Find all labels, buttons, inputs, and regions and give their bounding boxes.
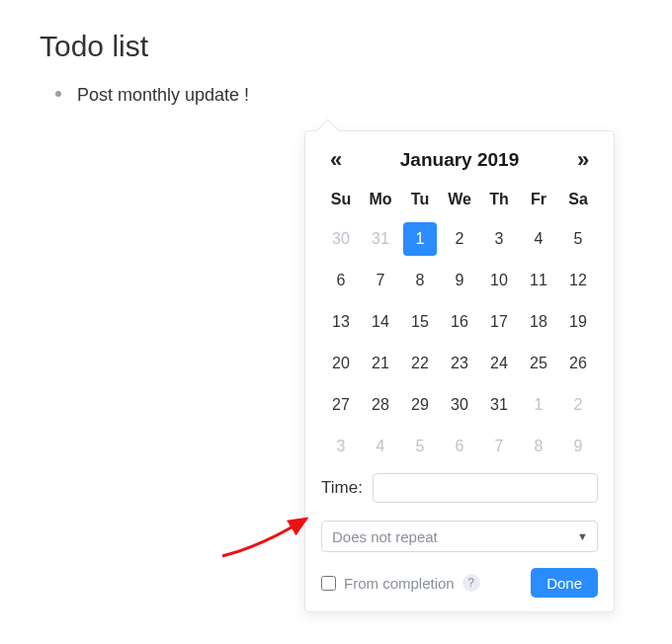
time-input[interactable]	[373, 473, 598, 503]
annotation-arrow-icon	[217, 502, 316, 561]
repeat-select[interactable]: Does not repeat	[321, 521, 598, 552]
calendar-day[interactable]: 15	[400, 301, 440, 343]
calendar-day[interactable]: 8	[519, 426, 558, 467]
month-title[interactable]: January 2019	[351, 149, 568, 171]
weekday-header: Sa	[558, 183, 598, 218]
calendar-day[interactable]: 14	[361, 301, 400, 343]
calendar-day-number: 19	[569, 313, 587, 331]
calendar-day[interactable]: 2	[558, 384, 598, 426]
help-icon[interactable]: ?	[462, 574, 480, 592]
calendar-day-number: 7	[495, 438, 504, 455]
calendar-day[interactable]: 10	[479, 260, 519, 301]
calendar-day[interactable]: 17	[479, 301, 519, 343]
calendar-day[interactable]: 5	[400, 426, 440, 467]
calendar-day-number: 2	[456, 230, 464, 248]
calendar-day[interactable]: 18	[519, 301, 558, 343]
calendar-day[interactable]: 30	[440, 384, 479, 426]
calendar-day[interactable]: 29	[400, 384, 440, 426]
calendar-day[interactable]: 22	[400, 343, 440, 384]
calendar-day[interactable]: 9	[558, 426, 598, 467]
calendar-day-number: 14	[372, 313, 389, 331]
calendar-day-number: 15	[411, 313, 429, 331]
calendar-day-number: 12	[569, 272, 587, 289]
weekday-header: Mo	[361, 183, 400, 218]
todo-list: Post monthly update !	[40, 81, 632, 110]
calendar-day[interactable]: 3	[321, 426, 361, 467]
calendar-day[interactable]: 25	[519, 343, 558, 384]
calendar-day-number: 25	[530, 355, 547, 372]
calendar-day-number: 8	[535, 438, 544, 455]
date-picker-popover: « January 2019 » SuMoTuWeThFrSa303112345…	[304, 130, 615, 612]
calendar-day-number: 31	[372, 230, 389, 248]
calendar-day-number: 28	[372, 396, 389, 414]
calendar-day[interactable]: 1	[400, 218, 440, 260]
prev-month-button[interactable]: «	[321, 147, 351, 173]
weekday-header: Su	[321, 183, 361, 218]
calendar-day[interactable]: 4	[361, 426, 400, 467]
month-header: « January 2019 »	[321, 147, 598, 173]
calendar-day-number: 5	[574, 230, 583, 248]
from-completion-wrap: From completion ?	[321, 574, 480, 592]
calendar-day-number: 29	[411, 396, 429, 414]
list-item[interactable]: Post monthly update !	[55, 81, 632, 110]
calendar-day-number: 8	[416, 272, 425, 289]
calendar-day-number: 17	[490, 313, 508, 331]
calendar-day[interactable]: 5	[558, 218, 598, 260]
calendar-day[interactable]: 1	[519, 384, 558, 426]
calendar-day-number: 20	[332, 355, 350, 372]
weekday-header: We	[440, 183, 479, 218]
calendar-day-number: 23	[451, 355, 468, 372]
todo-item-text: Post monthly update !	[77, 85, 249, 105]
calendar-day-number: 9	[456, 272, 464, 289]
calendar-day-number: 31	[490, 396, 508, 414]
calendar-day[interactable]: 7	[479, 426, 519, 467]
weekday-header: Tu	[400, 183, 440, 218]
calendar-day-number: 27	[332, 396, 350, 414]
calendar-day-number: 7	[377, 272, 385, 289]
calendar-day[interactable]: 23	[440, 343, 479, 384]
calendar-day-number: 9	[574, 438, 583, 455]
calendar-day-number: 4	[377, 438, 385, 455]
from-completion-checkbox[interactable]	[321, 576, 336, 591]
calendar-day[interactable]: 11	[519, 260, 558, 301]
calendar-day[interactable]: 8	[400, 260, 440, 301]
calendar-day-number: 30	[451, 396, 468, 414]
repeat-select-value: Does not repeat	[332, 528, 438, 545]
calendar-day[interactable]: 7	[361, 260, 400, 301]
calendar-day[interactable]: 27	[321, 384, 361, 426]
calendar-day[interactable]: 6	[321, 260, 361, 301]
weekday-header: Th	[479, 183, 519, 218]
calendar-day[interactable]: 12	[558, 260, 598, 301]
calendar-day[interactable]: 28	[361, 384, 400, 426]
calendar-day[interactable]: 4	[519, 218, 558, 260]
calendar-day[interactable]: 31	[361, 218, 400, 260]
page-title: Todo list	[40, 30, 632, 63]
calendar-day[interactable]: 3	[479, 218, 519, 260]
calendar-day-number: 13	[332, 313, 350, 331]
calendar-day-number: 1	[535, 396, 544, 414]
calendar-day[interactable]: 9	[440, 260, 479, 301]
picker-footer: From completion ? Done	[321, 568, 598, 598]
calendar-day[interactable]: 16	[440, 301, 479, 343]
calendar-day-number: 3	[495, 230, 504, 248]
calendar-day[interactable]: 19	[558, 301, 598, 343]
calendar-grid: SuMoTuWeThFrSa30311234567891011121314151…	[321, 183, 598, 467]
next-month-button[interactable]: »	[568, 147, 598, 173]
calendar-day[interactable]: 13	[321, 301, 361, 343]
calendar-day[interactable]: 30	[321, 218, 361, 260]
calendar-day[interactable]: 26	[558, 343, 598, 384]
calendar-day[interactable]: 24	[479, 343, 519, 384]
calendar-day[interactable]: 20	[321, 343, 361, 384]
calendar-day[interactable]: 6	[440, 426, 479, 467]
calendar-day-number: 30	[332, 230, 350, 248]
calendar-day-number: 3	[337, 438, 346, 455]
calendar-day-number: 16	[451, 313, 468, 331]
time-row: Time:	[321, 473, 598, 503]
calendar-day[interactable]: 31	[479, 384, 519, 426]
calendar-day[interactable]: 2	[440, 218, 479, 260]
calendar-day-number: 26	[569, 355, 587, 372]
done-button[interactable]: Done	[531, 568, 598, 598]
calendar-day[interactable]: 21	[361, 343, 400, 384]
calendar-day-number: 4	[535, 230, 544, 248]
calendar-day-number: 6	[337, 272, 346, 289]
